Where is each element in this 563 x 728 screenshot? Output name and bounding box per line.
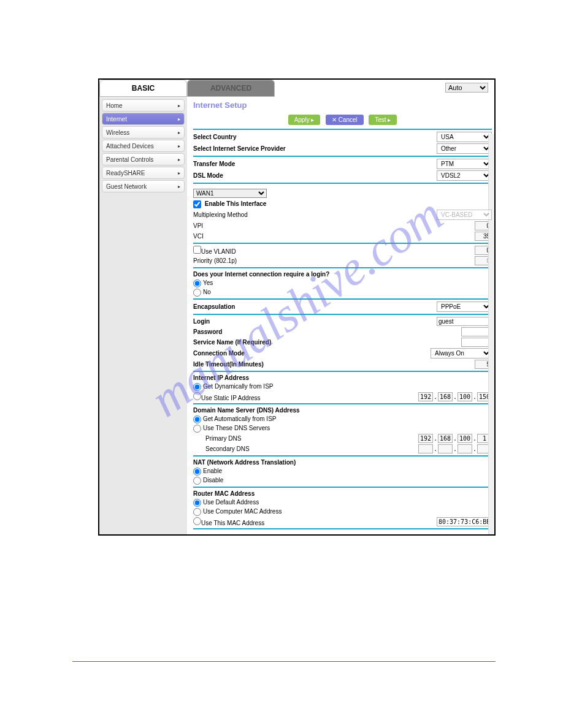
chevron-right-icon: ▸ [178,130,180,135]
label: Use Default Address [203,499,259,506]
chevron-right-icon: ▸ [178,157,180,162]
sidebar-item-internet[interactable]: Internet▸ [102,113,185,125]
ip-dynamic-radio[interactable] [193,383,201,391]
connection-mode-select[interactable]: Always On [431,348,492,358]
sdns-1[interactable] [418,444,433,453]
dns-use-radio[interactable] [193,425,201,433]
row-select-country: Select Country USA [193,131,492,143]
password-input[interactable] [461,327,492,336]
sidebar-item-label: Home [106,102,123,109]
label: Secondary DNS [205,446,354,452]
row-idle-timeout: Idle Timeout(In Minutes) [193,359,492,370]
chevron-right-icon: ▸ [178,116,180,122]
divider [193,455,492,457]
sidebar-item-attached-devices[interactable]: Attached Devices▸ [102,140,185,152]
top-bar: BASIC ADVANCED Auto [99,80,494,97]
row-dns-primary: Primary DNS ... [193,433,492,444]
router-admin-page: manualshive.com BASIC ADVANCED Auto Home… [98,78,496,536]
label: Primary DNS [205,435,354,442]
mac-default-radio[interactable] [193,499,201,507]
row-login-yes: Yes [193,279,492,288]
divider [193,129,492,130]
row-nat-disable: Disable [193,476,492,485]
divider [193,403,492,404]
scrollbar[interactable] [488,134,494,534]
mac-this-radio[interactable] [193,517,201,525]
label: Select Country [193,134,348,140]
row-enable-interface: Enable This Interface [193,200,492,209]
label: Multiplexing Method [193,211,348,218]
encapsulation-select[interactable]: PPPoE [437,301,492,312]
divider [193,528,492,529]
sidebar-item-wireless[interactable]: Wireless▸ [102,126,185,138]
apply-button[interactable]: Apply ▸ [288,115,321,125]
vlanid-checkbox[interactable] [193,246,201,254]
label: Enable [203,468,222,474]
dsl-mode-select[interactable]: VDSL2 [437,170,492,181]
button-row: Apply ▸ ✕ Cancel Test ▸ [193,113,492,125]
row-ip-dynamic: Get Dynamically from ISP [193,382,492,392]
tab-basic[interactable]: BASIC [99,80,187,97]
mac-input[interactable] [437,517,492,526]
ip-heading: Internet IP Address [193,373,492,382]
pdns-1[interactable] [418,434,433,443]
ip-1[interactable] [418,392,433,401]
sdns-2[interactable] [438,444,453,453]
login-yes-radio[interactable] [193,279,201,287]
dns-auto-radio[interactable] [193,415,201,423]
row-nat-enable: Enable [193,467,492,476]
ip-3[interactable] [458,392,472,401]
label: Encapsulation [193,303,348,310]
enable-interface-checkbox[interactable] [193,200,201,208]
label: Transfer Mode [193,161,348,167]
cancel-button[interactable]: ✕ Cancel [326,115,364,125]
wan-select[interactable]: WAN1 [193,189,267,198]
sidebar-item-label: Guest Network [106,183,147,190]
ip-2[interactable] [438,392,453,401]
mac-computer-radio[interactable] [193,508,201,516]
nat-enable-radio[interactable] [193,468,201,476]
divider [193,183,492,184]
row-vpi: VPI [193,221,492,231]
sdns-3[interactable] [458,444,472,453]
divider [193,298,492,300]
label: Use This MAC Address [201,520,264,526]
sidebar-item-home[interactable]: Home▸ [102,99,185,112]
divider [193,371,492,372]
login-no-radio[interactable] [193,289,201,297]
test-button[interactable]: Test ▸ [369,115,397,125]
isp-select[interactable]: Other [437,143,492,154]
sidebar: Home▸ Internet▸ Wireless▸ Attached Devic… [99,97,187,534]
country-select[interactable]: USA [437,132,492,142]
sidebar-item-readyshare[interactable]: ReadySHARE▸ [102,167,185,179]
nat-disable-radio[interactable] [193,477,201,485]
row-password: Password [193,327,492,337]
transfer-mode-select[interactable]: PTM [437,159,492,169]
language-select[interactable]: Auto [445,83,488,93]
label: Enable This Interface [205,200,267,207]
tab-advanced[interactable]: ADVANCED [187,80,275,97]
dns-heading: Domain Name Server (DNS) Address [193,406,492,415]
label: Disable [203,477,223,483]
label: VCI [193,233,348,240]
label: Idle Timeout(In Minutes) [193,361,348,368]
content-area: Home▸ Internet▸ Wireless▸ Attached Devic… [99,97,494,534]
sidebar-item-parental-controls[interactable]: Parental Controls▸ [102,153,185,165]
divider [193,314,492,315]
service-name-input[interactable] [461,338,492,347]
row-select-isp: Select Internet Service Provider Other [193,143,492,154]
sidebar-item-label: Attached Devices [106,143,154,150]
divider [193,267,492,268]
login-input[interactable] [437,317,492,326]
ip-static-radio[interactable] [193,392,201,400]
label: Get Dynamically from ISP [203,383,273,390]
row-mac-this: Use This MAC Address [193,517,492,527]
sidebar-item-label: Parental Controls [106,156,153,163]
label: DSL Mode [193,172,348,179]
sidebar-item-guest-network[interactable]: Guest Network▸ [102,180,185,192]
divider [193,487,492,488]
pdns-3[interactable] [458,434,472,443]
label: Use Computer MAC Address [203,508,282,515]
row-dns-auto: Get Automatically from ISP [193,415,492,424]
pdns-2[interactable] [438,434,453,443]
